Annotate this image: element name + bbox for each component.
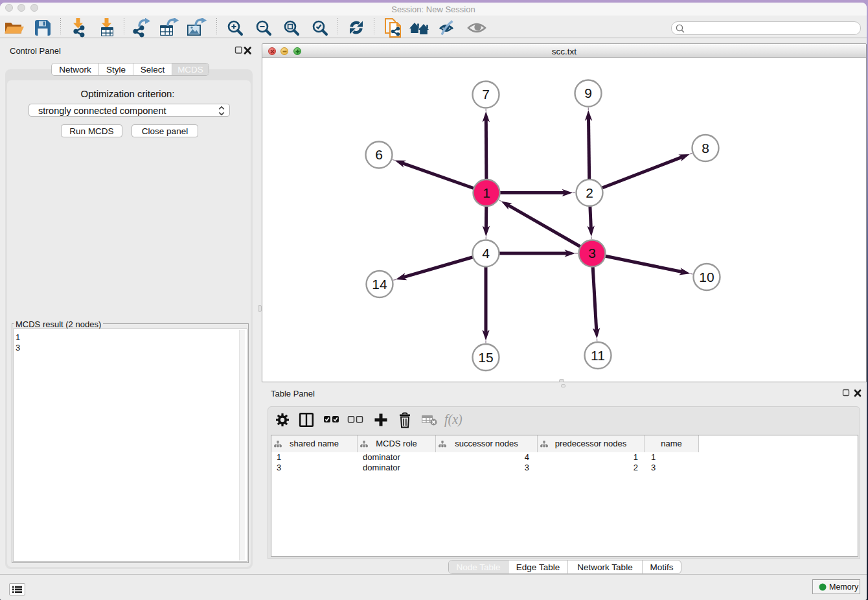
svg-text:9: 9 (584, 86, 592, 100)
svg-text:4: 4 (482, 246, 490, 260)
svg-text:3: 3 (588, 246, 596, 260)
svg-text:7: 7 (482, 87, 490, 102)
svg-text:10: 10 (699, 270, 714, 284)
svg-text:11: 11 (591, 348, 605, 363)
svg-text:1: 1 (483, 185, 490, 200)
svg-text:8: 8 (702, 141, 709, 156)
svg-text:15: 15 (478, 350, 493, 365)
svg-text:2: 2 (586, 185, 593, 200)
svg-text:6: 6 (375, 147, 383, 162)
svg-text:14: 14 (372, 277, 387, 292)
